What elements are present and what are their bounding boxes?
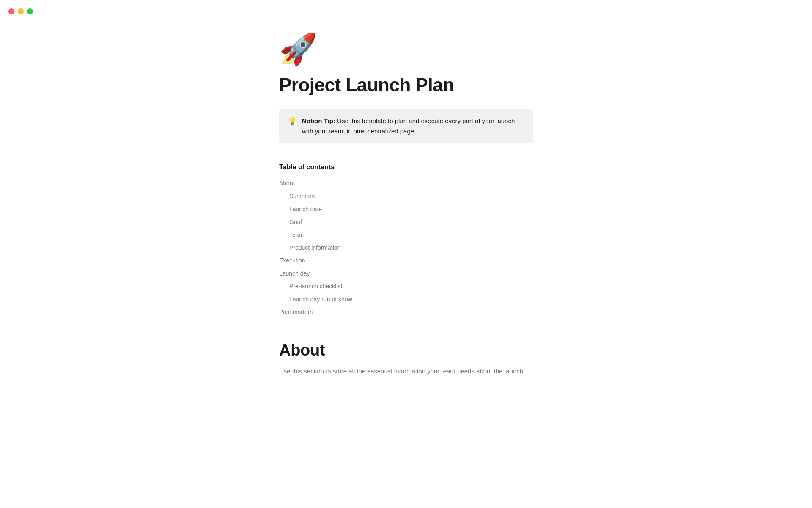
toc-item-post-mortem: Post mortem — [279, 306, 533, 318]
toc-link-launch-day-run[interactable]: Launch day run of show — [289, 294, 533, 305]
toc-item-product-info: Product information — [279, 242, 533, 253]
about-heading: About — [279, 341, 533, 359]
callout-text: Notion Tip: Use this template to plan an… — [302, 116, 524, 136]
toc-link-execution[interactable]: Execution — [279, 255, 533, 266]
callout-prefix: Notion Tip: — [302, 117, 335, 124]
notion-tip-callout: 💡 Notion Tip: Use this template to plan … — [279, 109, 533, 143]
lightbulb-icon: 💡 — [288, 116, 297, 126]
main-content: 🚀 Project Launch Plan 💡 Notion Tip: Use … — [254, 0, 558, 419]
toc-link-team[interactable]: Team — [289, 229, 533, 240]
toc-link-launch-date[interactable]: Launch date — [289, 204, 533, 215]
toc-item-execution: Execution — [279, 255, 533, 266]
page-icon: 🚀 — [279, 34, 533, 64]
toc-link-goal[interactable]: Goal — [289, 216, 533, 227]
toc-link-pre-launch[interactable]: Pre-launch checklist — [289, 281, 533, 292]
toc-item-goal: Goal — [279, 216, 533, 227]
close-button[interactable] — [8, 8, 14, 14]
about-section: About Use this section to store all the … — [279, 341, 533, 376]
toc-item-launch-day: Launch day — [279, 268, 533, 279]
toc-item-about: About — [279, 178, 533, 189]
toc-link-post-mortem[interactable]: Post mortem — [279, 306, 533, 318]
table-of-contents: Table of contents About Summary Launch d… — [279, 163, 533, 318]
page-title: Project Launch Plan — [279, 75, 533, 96]
toc-link-launch-day[interactable]: Launch day — [279, 268, 533, 279]
about-subtext: Use this section to store all the essent… — [279, 366, 533, 376]
toc-item-team: Team — [279, 229, 533, 240]
toc-link-summary[interactable]: Summary — [289, 190, 533, 202]
traffic-lights — [8, 8, 33, 14]
toc-list: About Summary Launch date Goal Team Prod… — [279, 178, 533, 318]
toc-item-launch-day-run: Launch day run of show — [279, 294, 533, 305]
toc-link-product-info[interactable]: Product information — [289, 242, 533, 253]
toc-link-about[interactable]: About — [279, 178, 533, 189]
toc-item-summary: Summary — [279, 190, 533, 202]
toc-heading: Table of contents — [279, 163, 533, 171]
maximize-button[interactable] — [27, 8, 33, 14]
toc-item-pre-launch: Pre-launch checklist — [279, 281, 533, 292]
toc-item-launch-date: Launch date — [279, 204, 533, 215]
minimize-button[interactable] — [18, 8, 24, 14]
